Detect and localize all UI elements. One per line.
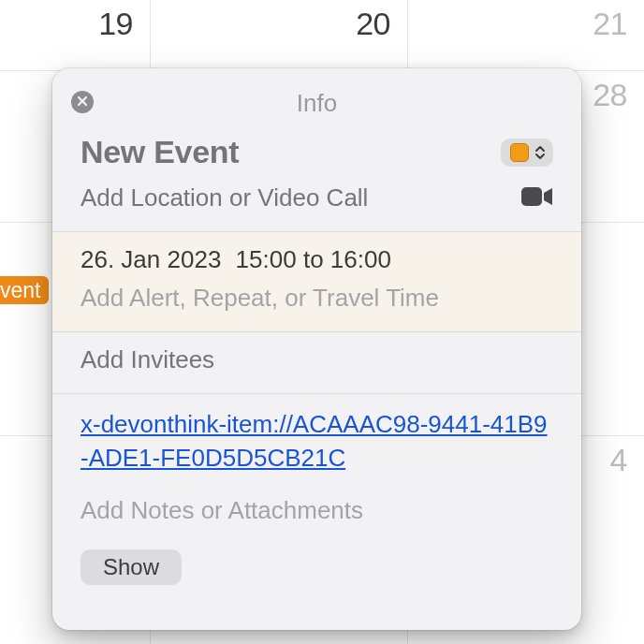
calendar-color-swatch bbox=[510, 143, 529, 162]
alert-repeat-travel-button[interactable]: Add Alert, Repeat, or Travel Time bbox=[80, 284, 553, 313]
section-title bbox=[52, 121, 581, 231]
close-icon bbox=[77, 94, 88, 110]
show-button[interactable]: Show bbox=[80, 549, 182, 585]
event-title-input[interactable] bbox=[80, 134, 436, 170]
day-number: 21 bbox=[593, 6, 627, 42]
day-number: 28 bbox=[593, 77, 627, 113]
day-cell[interactable]: 19 bbox=[0, 0, 150, 70]
event-url-link[interactable]: x-devonthink-item://ACAAAC98-9441-41B9-A… bbox=[80, 410, 548, 472]
event-chip-label: vent bbox=[0, 278, 40, 302]
svg-rect-0 bbox=[521, 187, 542, 206]
section-datetime: 26. Jan 2023 15:00 to 16:00 Add Alert, R… bbox=[52, 231, 581, 331]
popover-title: Info bbox=[297, 89, 337, 118]
close-button[interactable] bbox=[71, 91, 94, 113]
event-info-popover: Info 26. Jan 2023 15:00 to 16:00 bbox=[52, 68, 581, 630]
day-cell[interactable]: 21 bbox=[407, 0, 644, 70]
invitees-input[interactable] bbox=[80, 345, 553, 374]
day-number: 20 bbox=[356, 6, 390, 42]
event-end-time: 16:00 bbox=[330, 245, 391, 273]
popover-header: Info bbox=[52, 68, 581, 121]
location-input[interactable] bbox=[80, 183, 521, 212]
event-chip[interactable]: vent bbox=[0, 276, 49, 304]
video-icon[interactable] bbox=[521, 185, 553, 212]
date-time-row[interactable]: 26. Jan 2023 15:00 to 16:00 bbox=[80, 245, 553, 274]
day-cell[interactable]: 20 bbox=[150, 0, 407, 70]
day-number: 19 bbox=[98, 6, 133, 42]
event-start-time: 15:00 bbox=[236, 245, 297, 273]
section-invitees bbox=[52, 331, 581, 393]
event-date: 26. Jan 2023 bbox=[80, 245, 221, 273]
day-number: 4 bbox=[610, 442, 627, 478]
calendar-picker[interactable] bbox=[501, 139, 553, 167]
section-url-notes: x-devonthink-item://ACAAAC98-9441-41B9-A… bbox=[52, 393, 581, 604]
notes-input[interactable]: Add Notes or Attachments bbox=[80, 496, 553, 525]
time-to-label: to bbox=[303, 245, 324, 273]
up-down-icon bbox=[534, 145, 546, 160]
